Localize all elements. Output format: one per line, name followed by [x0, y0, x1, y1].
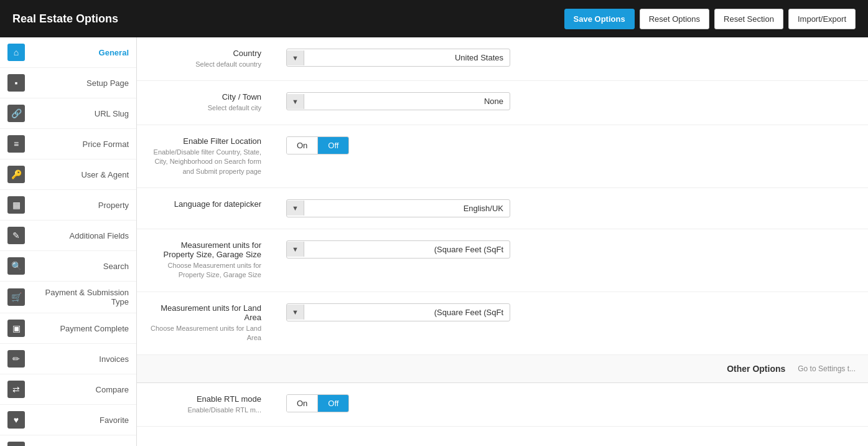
- toggle-group-rtl: OnOff: [286, 394, 349, 412]
- field-label-rtl: Enable RTL mode: [149, 394, 261, 404]
- select-arrow-measurement-property[interactable]: ▼: [287, 242, 304, 257]
- sidebar-item-invoices[interactable]: ✏Invoices: [0, 344, 136, 374]
- sidebar-icon-property: ▦: [7, 196, 25, 214]
- field-label-enable-filter-location: Enable Filter Location: [149, 136, 261, 146]
- sidebar-item-social-share[interactable]: ✈Social Share: [0, 435, 136, 446]
- sidebar-item-user-agent[interactable]: 🔑User & Agent: [0, 159, 136, 190]
- field-sublabel-measurement-property: Choose Measurement units for Property Si…: [149, 261, 261, 280]
- sidebar-icon-payment: 🛒: [7, 288, 25, 306]
- field-sublabel-city-town: Select default city: [149, 103, 261, 113]
- sidebar-icon-price-format: ≡: [7, 135, 25, 153]
- sidebar-label-setup-page: Setup Page: [31, 78, 129, 88]
- sidebar-label-additional-fields: Additional Fields: [31, 231, 129, 240]
- sidebar-item-search[interactable]: 🔍Search: [0, 251, 136, 282]
- sidebar-icon-compare: ⇄: [7, 381, 25, 398]
- select-city-town[interactable]: ▼None: [286, 92, 510, 110]
- select-value-measurement-land: (Square Feet (SqFt: [304, 304, 510, 321]
- sidebar-label-favorite: Favorite: [31, 415, 129, 425]
- field-row-city-town: City / TownSelect default city▼None: [137, 81, 868, 125]
- field-label-city-town: City / Town: [149, 92, 261, 102]
- app-header: Real Estate Options Save Options Reset O…: [0, 0, 868, 37]
- field-control-col-country: ▼United States: [274, 49, 856, 67]
- field-control-col-language-datepicker: ▼English/UK: [274, 199, 856, 217]
- sidebar-label-user-agent: User & Agent: [31, 170, 129, 179]
- select-arrow-measurement-land[interactable]: ▼: [287, 305, 304, 320]
- toggle-btn-rtl-off[interactable]: Off: [318, 395, 348, 412]
- sidebar-item-additional-fields[interactable]: ✎Additional Fields: [0, 221, 136, 251]
- app-title: Real Estate Options: [12, 12, 564, 26]
- field-sublabel-rtl: Enable/Disable RTL m...: [149, 406, 261, 415]
- toggle-btn-rtl-on[interactable]: On: [287, 395, 318, 412]
- sidebar-icon-user-agent: 🔑: [7, 166, 25, 183]
- other-options-section: Other OptionsGo to Settings t...: [137, 355, 868, 383]
- select-arrow-language-datepicker[interactable]: ▼: [287, 201, 304, 216]
- select-measurement-land[interactable]: ▼(Square Feet (SqFt: [286, 303, 510, 321]
- select-value-country: United States: [304, 49, 510, 66]
- sidebar-icon-search: 🔍: [7, 257, 25, 275]
- sidebar-item-property[interactable]: ▦Property: [0, 190, 136, 221]
- sidebar-item-payment-complete[interactable]: ▣Payment Complete: [0, 313, 136, 344]
- select-measurement-property[interactable]: ▼(Square Feet (SqFt: [286, 240, 510, 259]
- sidebar-label-invoices: Invoices: [31, 354, 129, 364]
- field-control-col-rtl: OnOff: [274, 394, 856, 412]
- field-label-col-measurement-land: Measurement units for Land AreaChoose Me…: [149, 303, 274, 343]
- sidebar-item-price-format[interactable]: ≡Price Format: [0, 129, 136, 159]
- content-area: CountrySelect default country▼United Sta…: [137, 37, 868, 446]
- toggle-btn-enable-filter-location-off[interactable]: Off: [318, 137, 348, 154]
- reset-section-button[interactable]: Reset Section: [714, 9, 783, 29]
- sidebar: ⌂General▪Setup Page🔗URL Slug≡Price Forma…: [0, 37, 137, 446]
- select-value-city-town: None: [304, 93, 510, 110]
- sidebar-item-payment[interactable]: 🛒Payment & Submission Type: [0, 282, 136, 313]
- sidebar-label-compare: Compare: [31, 385, 129, 394]
- other-options-title: Other Options: [727, 364, 785, 374]
- save-options-button[interactable]: Save Options: [564, 9, 635, 29]
- toggle-btn-enable-filter-location-on[interactable]: On: [287, 137, 318, 154]
- field-label-language-datepicker: Language for datepicker: [149, 199, 261, 209]
- field-label-measurement-property: Measurement units for Property Size, Gar…: [149, 240, 261, 259]
- field-control-col-enable-filter-location: OnOff: [274, 136, 856, 154]
- sidebar-icon-payment-complete: ▣: [7, 320, 25, 337]
- field-row-enable-filter-location: Enable Filter LocationEnable/Disable fil…: [137, 125, 868, 188]
- field-control-col-measurement-property: ▼(Square Feet (SqFt: [274, 240, 856, 259]
- sidebar-item-url-slug[interactable]: 🔗URL Slug: [0, 98, 136, 129]
- sidebar-item-setup-page[interactable]: ▪Setup Page: [0, 68, 136, 98]
- sidebar-label-url-slug: URL Slug: [31, 109, 129, 118]
- sidebar-item-general[interactable]: ⌂General: [0, 37, 136, 68]
- sidebar-item-compare[interactable]: ⇄Compare: [0, 374, 136, 405]
- sidebar-label-payment-complete: Payment Complete: [31, 324, 129, 333]
- sidebar-label-payment: Payment & Submission Type: [31, 288, 129, 306]
- content-inner: CountrySelect default country▼United Sta…: [137, 37, 868, 427]
- reset-options-button[interactable]: Reset Options: [640, 9, 709, 29]
- select-value-measurement-property: (Square Feet (SqFt: [304, 241, 510, 258]
- field-row-country: CountrySelect default country▼United Sta…: [137, 37, 868, 81]
- sidebar-label-general: General: [31, 48, 129, 57]
- field-label-col-language-datepicker: Language for datepicker: [149, 199, 274, 209]
- field-label-col-rtl: Enable RTL modeEnable/Disable RTL m...: [149, 394, 274, 415]
- field-row-measurement-land: Measurement units for Land AreaChoose Me…: [137, 292, 868, 355]
- field-sublabel-country: Select default country: [149, 60, 261, 69]
- field-control-col-city-town: ▼None: [274, 92, 856, 110]
- field-label-col-country: CountrySelect default country: [149, 49, 274, 69]
- select-language-datepicker[interactable]: ▼English/UK: [286, 199, 510, 217]
- sidebar-icon-social-share: ✈: [7, 442, 25, 446]
- select-arrow-country[interactable]: ▼: [287, 50, 304, 65]
- field-control-col-measurement-land: ▼(Square Feet (SqFt: [274, 303, 856, 321]
- other-options-subtitle: Go to Settings t...: [798, 364, 856, 373]
- sidebar-icon-url-slug: 🔗: [7, 105, 25, 122]
- field-sublabel-enable-filter-location: Enable/Disable filter Country, State, Ci…: [149, 148, 261, 176]
- field-label-col-city-town: City / TownSelect default city: [149, 92, 274, 113]
- select-value-language-datepicker: English/UK: [304, 200, 510, 217]
- header-actions: Save Options Reset Options Reset Section…: [564, 9, 856, 29]
- field-label-measurement-land: Measurement units for Land Area: [149, 303, 261, 322]
- select-arrow-city-town[interactable]: ▼: [287, 94, 304, 109]
- field-row-measurement-property: Measurement units for Property Size, Gar…: [137, 229, 868, 292]
- sidebar-icon-additional-fields: ✎: [7, 227, 25, 244]
- field-row-rtl: Enable RTL modeEnable/Disable RTL m...On…: [137, 383, 868, 427]
- sidebar-icon-favorite: ♥: [7, 411, 25, 429]
- import-export-button[interactable]: Import/Export: [788, 9, 856, 29]
- sidebar-item-favorite[interactable]: ♥Favorite: [0, 405, 136, 435]
- toggle-group-enable-filter-location: OnOff: [286, 136, 349, 154]
- sidebar-icon-general: ⌂: [7, 44, 25, 61]
- field-label-country: Country: [149, 49, 261, 58]
- select-country[interactable]: ▼United States: [286, 49, 510, 67]
